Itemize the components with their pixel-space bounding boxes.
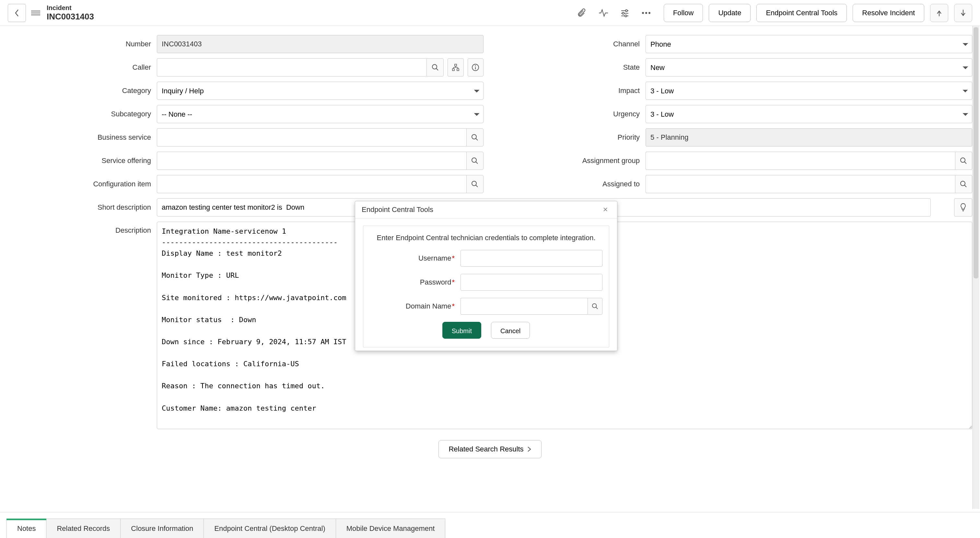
search-icon <box>432 64 439 71</box>
svg-point-5 <box>625 15 627 17</box>
business-service-field[interactable] <box>157 128 466 146</box>
number-row: Number <box>8 35 484 53</box>
impact-row: Impact 3 - Low <box>496 82 972 100</box>
attachment-icon[interactable] <box>576 7 588 19</box>
record-title: Incident INC0031403 <box>47 4 94 22</box>
domain-field[interactable] <box>460 298 587 315</box>
back-button[interactable] <box>8 4 26 22</box>
configuration-item-field[interactable] <box>157 175 466 193</box>
menu-toggle[interactable] <box>31 4 40 22</box>
info-icon <box>471 64 479 71</box>
urgency-label: Urgency <box>496 110 646 118</box>
scroll-thumb[interactable] <box>974 27 978 279</box>
domain-lookup-button[interactable] <box>587 298 603 315</box>
page-scrollbar[interactable] <box>972 26 979 509</box>
caller-field[interactable] <box>157 58 426 76</box>
assigned-to-label: Assigned to <box>496 180 646 188</box>
endpoint-tools-button[interactable]: Endpoint Central Tools <box>756 4 847 22</box>
service-offering-row: Service offering <box>8 152 484 170</box>
dialog-message: Enter Endpoint Central technician creden… <box>370 234 603 242</box>
dialog-header: Endpoint Central Tools × <box>355 201 617 218</box>
related-search-button[interactable]: Related Search Results <box>439 440 541 458</box>
more-icon[interactable] <box>640 7 652 19</box>
channel-select[interactable]: Phone <box>646 35 972 53</box>
username-label: Username <box>418 254 451 262</box>
required-marker: * <box>452 254 455 262</box>
svg-point-29 <box>472 181 476 186</box>
svg-line-30 <box>476 185 478 187</box>
svg-point-21 <box>475 65 476 66</box>
dialog-title: Endpoint Central Tools <box>362 205 433 214</box>
urgency-row: Urgency 3 - Low <box>496 105 972 123</box>
configuration-item-label: Configuration item <box>8 180 157 188</box>
tab-notes[interactable]: Notes <box>6 519 46 538</box>
caller-lookup-button[interactable] <box>426 58 444 76</box>
assigned-to-field[interactable] <box>646 175 955 193</box>
subcategory-select[interactable]: -- None -- <box>157 105 484 123</box>
search-icon <box>471 157 478 164</box>
tab-related-records[interactable]: Related Records <box>46 519 121 538</box>
svg-rect-14 <box>452 69 454 71</box>
svg-point-31 <box>961 181 965 186</box>
follow-button[interactable]: Follow <box>664 4 703 22</box>
caller-tree-button[interactable] <box>447 58 463 76</box>
submit-button[interactable]: Submit <box>442 322 481 339</box>
search-icon <box>471 180 478 188</box>
description-label: Description <box>8 222 157 235</box>
resolve-button[interactable]: Resolve Incident <box>853 4 924 22</box>
arrow-down-icon <box>960 9 966 17</box>
assigned-to-row: Assigned to <box>496 175 972 193</box>
service-offering-lookup-button[interactable] <box>466 152 484 170</box>
page-header: Incident INC0031403 Follow Update Endpoi… <box>0 0 980 26</box>
required-marker: * <box>452 302 455 310</box>
impact-select[interactable]: 3 - Low <box>646 82 972 100</box>
priority-field <box>646 128 972 146</box>
settings-icon[interactable] <box>619 7 631 19</box>
previous-record-button[interactable] <box>930 4 948 22</box>
category-select[interactable]: Inquiry / Help <box>157 82 484 100</box>
business-service-lookup-button[interactable] <box>466 128 484 146</box>
tab-endpoint-central[interactable]: Endpoint Central (Desktop Central) <box>204 519 336 538</box>
svg-point-8 <box>649 12 651 14</box>
tab-label: Notes <box>17 524 36 533</box>
search-icon <box>960 157 967 164</box>
assigned-to-lookup-button[interactable] <box>955 175 972 193</box>
configuration-item-lookup-button[interactable] <box>466 175 484 193</box>
record-number: INC0031403 <box>47 12 94 22</box>
suggestion-button[interactable] <box>954 198 972 216</box>
svg-point-6 <box>642 12 644 14</box>
update-button[interactable]: Update <box>709 4 751 22</box>
next-record-button[interactable] <box>954 4 972 22</box>
subcategory-label: Subcategory <box>8 110 157 118</box>
impact-label: Impact <box>496 86 646 95</box>
service-offering-field[interactable] <box>157 152 466 170</box>
state-select[interactable]: New <box>646 58 972 76</box>
priority-label: Priority <box>496 133 646 142</box>
required-marker: * <box>452 278 455 286</box>
urgency-select[interactable]: 3 - Low <box>646 105 972 123</box>
lightbulb-icon <box>959 203 967 212</box>
password-label: Password <box>420 278 452 286</box>
username-field[interactable] <box>460 250 603 267</box>
tab-mobile-device-management[interactable]: Mobile Device Management <box>336 519 445 538</box>
short-description-label: Short description <box>8 203 157 212</box>
tab-label: Mobile Device Management <box>347 524 435 533</box>
assignment-group-field[interactable] <box>646 152 955 170</box>
priority-row: Priority <box>496 128 972 146</box>
tree-icon <box>452 64 460 71</box>
password-field[interactable] <box>460 274 603 291</box>
tab-closure-information[interactable]: Closure Information <box>120 519 204 538</box>
category-row: Category Inquiry / Help <box>8 82 484 100</box>
svg-point-25 <box>472 158 476 162</box>
tab-label: Related Records <box>57 524 110 533</box>
cancel-button[interactable]: Cancel <box>491 322 530 339</box>
category-label: Category <box>8 86 157 95</box>
channel-label: Channel <box>496 40 646 48</box>
assignment-group-lookup-button[interactable] <box>955 152 972 170</box>
svg-line-26 <box>476 162 478 164</box>
tab-bar: Notes Related Records Closure Informatio… <box>0 512 980 538</box>
dialog-close-button[interactable]: × <box>600 204 611 215</box>
svg-line-32 <box>964 185 966 187</box>
activity-icon[interactable] <box>598 7 609 19</box>
caller-info-button[interactable] <box>468 58 484 76</box>
